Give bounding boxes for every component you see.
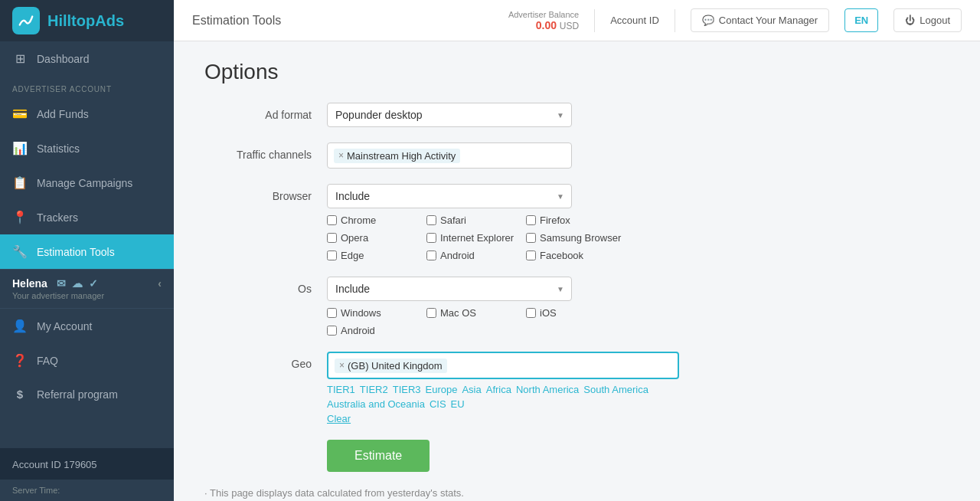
geo-tag-label: (GB) United Kingdom: [348, 360, 443, 372]
os-include-select[interactable]: Include: [327, 277, 572, 301]
sidebar-item-my-account[interactable]: 👤 My Account: [0, 309, 174, 343]
account-id: Account ID 179605: [12, 459, 162, 470]
geo-clear[interactable]: Clear: [327, 413, 679, 424]
language-button[interactable]: EN: [844, 8, 878, 32]
estimate-row: Estimate: [204, 440, 949, 472]
geo-eu[interactable]: EU: [451, 398, 465, 410]
sidebar-item-label: FAQ: [37, 355, 58, 367]
os-ios[interactable]: iOS: [526, 307, 626, 319]
account-id-section: Account ID 179605: [0, 448, 174, 480]
geo-africa[interactable]: Africa: [486, 384, 511, 395]
advertiser-balance: Advertiser Balance 0.00 USD: [508, 10, 579, 31]
geo-europe[interactable]: Europe: [426, 384, 458, 395]
ad-format-select-wrapper: Popunder desktop: [327, 103, 572, 127]
safari-checkbox[interactable]: [426, 215, 436, 225]
firefox-checkbox[interactable]: [526, 215, 536, 225]
logout-button[interactable]: ⏻ Logout: [893, 8, 962, 32]
sidebar-item-referral[interactable]: $ Referral program: [0, 378, 174, 411]
add-funds-icon: 💳: [12, 106, 28, 121]
logo-text: HilltopAds: [47, 12, 124, 30]
manager-name: Helena: [12, 277, 47, 290]
ie-checkbox[interactable]: [426, 233, 436, 243]
safari-label: Safari: [440, 214, 466, 226]
geo-north-america[interactable]: North America: [516, 384, 579, 395]
android-browser-checkbox[interactable]: [426, 250, 436, 260]
browser-firefox[interactable]: Firefox: [526, 214, 626, 226]
os-field: Include Windows Mac OS iOS Android: [327, 277, 679, 336]
footer-note: · This page displays data calculated fro…: [204, 487, 949, 499]
geo-australia[interactable]: Australia and Oceania: [327, 398, 425, 410]
browser-edge[interactable]: Edge: [327, 250, 426, 261]
opera-checkbox[interactable]: [327, 233, 337, 243]
android-os-checkbox[interactable]: [327, 326, 337, 336]
browser-samsung[interactable]: Samsung Browser: [526, 232, 626, 244]
browser-safari[interactable]: Safari: [426, 214, 526, 226]
geo-tier1[interactable]: TIER1: [327, 384, 355, 395]
browser-facebook[interactable]: Facebook: [526, 250, 626, 261]
account-id-header: Account ID: [610, 15, 659, 26]
traffic-channels-label: Traffic channels: [204, 142, 327, 161]
browser-include-select[interactable]: Include: [327, 184, 572, 208]
ad-format-row: Ad format Popunder desktop: [204, 103, 949, 127]
geo-tier2[interactable]: TIER2: [360, 384, 388, 395]
skype-icon[interactable]: ☁: [72, 277, 83, 290]
estimate-button[interactable]: Estimate: [327, 440, 430, 472]
manager-role: Your advertiser manager: [12, 291, 162, 300]
manager-icons: ✉ ☁ ✓: [57, 277, 98, 290]
ie-label: Internet Explorer: [440, 232, 514, 244]
contact-manager-label: Contact Your Manager: [719, 15, 818, 26]
browser-android[interactable]: Android: [426, 250, 526, 261]
traffic-channels-field: × Mainstream High Activity: [327, 142, 679, 169]
contact-manager-button[interactable]: 💬 Contact Your Manager: [691, 8, 829, 32]
browser-chrome[interactable]: Chrome: [327, 214, 426, 226]
ad-format-field: Popunder desktop: [327, 103, 679, 127]
sidebar-item-trackers[interactable]: 📍 Trackers: [0, 200, 174, 234]
browser-ie[interactable]: Internet Explorer: [426, 232, 526, 244]
facebook-checkbox[interactable]: [526, 250, 536, 260]
tag-remove-mainstream[interactable]: ×: [338, 151, 344, 160]
geo-cis[interactable]: CIS: [430, 398, 446, 410]
geo-south-america[interactable]: South America: [583, 384, 648, 395]
traffic-channels-input[interactable]: × Mainstream High Activity: [327, 142, 572, 169]
sidebar-item-manage-campaigns[interactable]: 📋 Manage Campaigns: [0, 165, 174, 200]
geo-input-box[interactable]: × (GB) United Kingdom: [327, 352, 679, 379]
ios-label: iOS: [540, 307, 557, 319]
email-icon[interactable]: ✉: [57, 277, 66, 290]
geo-shortcuts: TIER1 TIER2 TIER3 Europe Asia Africa Nor…: [327, 384, 679, 410]
os-macos[interactable]: Mac OS: [426, 307, 526, 319]
samsung-checkbox[interactable]: [526, 233, 536, 243]
chrome-checkbox[interactable]: [327, 215, 337, 225]
balance-row: 0.00 USD: [508, 19, 579, 31]
ios-checkbox[interactable]: [526, 308, 536, 318]
sidebar-item-faq[interactable]: ❓ FAQ: [0, 343, 174, 378]
geo-asia[interactable]: Asia: [462, 384, 481, 395]
sidebar-item-dashboard[interactable]: ⊞ Dashboard: [0, 41, 174, 76]
macos-checkbox[interactable]: [426, 308, 436, 318]
estimate-field: Estimate: [327, 440, 679, 472]
os-include-select-wrapper: Include: [327, 277, 572, 301]
os-android[interactable]: Android: [327, 325, 426, 336]
browser-opera[interactable]: Opera: [327, 232, 426, 244]
geo-tag-remove[interactable]: ×: [339, 361, 345, 370]
header-title: Estimation Tools: [192, 14, 493, 28]
windows-checkbox[interactable]: [327, 308, 337, 318]
telegram-icon[interactable]: ✓: [89, 277, 98, 290]
sidebar: HilltopAds ⊞ Dashboard ADVERTISER ACCOUN…: [0, 0, 174, 501]
sidebar-item-statistics[interactable]: 📊 Statistics: [0, 131, 174, 165]
logo: HilltopAds: [0, 0, 174, 41]
manager-name-row: Helena ✉ ☁ ✓ ‹: [12, 277, 162, 290]
balance-value: 0.00: [536, 19, 557, 31]
ad-format-select[interactable]: Popunder desktop: [327, 103, 572, 127]
traffic-channel-tag-label: Mainstream High Activity: [347, 150, 456, 162]
sidebar-item-estimation-tools[interactable]: 🔧 Estimation Tools: [0, 234, 174, 269]
edge-checkbox[interactable]: [327, 250, 337, 260]
sidebar-item-label: Manage Campaigns: [37, 177, 132, 189]
collapse-button[interactable]: ‹: [158, 277, 162, 290]
opera-label: Opera: [341, 232, 368, 244]
samsung-label: Samsung Browser: [540, 232, 621, 244]
sidebar-item-add-funds[interactable]: 💳 Add Funds: [0, 97, 174, 131]
geo-search-input[interactable]: [450, 360, 579, 372]
os-windows[interactable]: Windows: [327, 307, 426, 319]
estimation-tools-icon: 🔧: [12, 244, 28, 259]
geo-tier3[interactable]: TIER3: [393, 384, 421, 395]
